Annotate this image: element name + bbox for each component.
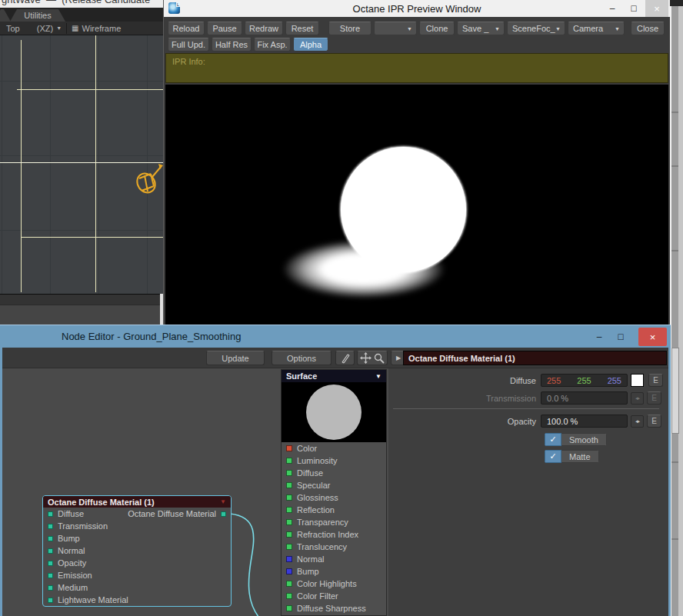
ipr-titlebar[interactable]: L Octane IPR Preview Window – ☐ × [164,0,670,17]
channel-label: Transparency [297,518,348,527]
scrollbar-mark [671,538,678,540]
diffuse-g-value[interactable]: 255 [577,376,591,385]
opacity-envelope-button[interactable]: E [647,415,661,428]
alpha-toggle-button[interactable]: Alpha [293,38,328,52]
diffuse-label: Diffuse [388,376,541,385]
matte-checkbox[interactable]: ✓ Matte [545,450,599,463]
opacity-stepper[interactable]: ◂▸ [631,415,644,428]
input-port[interactable] [48,524,53,529]
fix-aspect-button[interactable]: Fix Asp. [254,38,291,52]
tab-partial[interactable] [0,9,11,22]
scrollbar-thumb[interactable] [671,348,679,434]
channel-port [286,531,292,538]
camera-gizmo-icon[interactable] [135,160,163,198]
pen-icon [340,353,351,364]
node-title-label: Octane Diffuse Material (1) [48,498,155,507]
viewport-mode-dropdown[interactable]: Wireframe [82,24,122,33]
input-port[interactable] [48,573,53,578]
surface-panel-header[interactable]: Surface ▼ [282,370,386,382]
node-editor-toolbar: Update Options ▶ Octane Diffuse Material… [2,348,668,368]
channel-port [286,494,292,501]
maximize-button[interactable]: ☐ [624,0,644,17]
surface-channel-item[interactable]: Translucency [282,541,386,553]
transmission-field[interactable]: 0.0 % [541,391,628,405]
surface-channel-item[interactable]: Normal [282,553,386,565]
viewport-view-label[interactable]: Top [6,24,20,33]
redraw-button[interactable]: Redraw [245,22,283,35]
channel-label: Diffuse Sharpness [297,604,366,613]
tab-utilities[interactable]: Utilities [10,9,65,22]
output-port[interactable] [221,511,226,517]
surface-channel-item[interactable]: Refraction Index [282,528,386,541]
input-port[interactable] [48,536,53,541]
ipr-toolbar-row2: Full Upd. Half Res Fix Asp. Alpha [168,38,328,52]
viewport-axis-dropdown[interactable]: (XZ) [37,24,53,33]
output-port-label: Octane Diffuse Material [128,509,216,518]
input-port[interactable] [48,585,53,591]
channel-label: Color Highlights [297,579,357,588]
input-port[interactable] [48,598,53,603]
minimize-button[interactable]: – [589,328,609,346]
half-res-button[interactable]: Half Res [212,38,252,52]
opacity-field[interactable]: 100.0 % [541,415,628,428]
check-icon: ✓ [545,450,561,463]
node-editor-titlebar[interactable]: Node Editor - Ground_Plane_Smoothing – ☐… [0,325,671,348]
pan-icon [360,352,371,364]
pause-button[interactable]: Pause [207,22,242,35]
channel-port [286,482,292,488]
transmission-envelope-button[interactable]: E [647,391,661,405]
save-dropdown[interactable]: Save _▼ [457,22,505,35]
clone-button[interactable]: Clone [419,22,455,35]
reload-button[interactable]: Reload [168,22,205,35]
options-button[interactable]: Options [272,351,332,365]
surface-channel-item[interactable]: Specular [282,479,386,491]
full-update-button[interactable]: Full Upd. [168,38,209,52]
octane-diffuse-material-node[interactable]: Octane Diffuse Material (1) ▼ Diffuse Oc… [42,495,232,607]
input-port[interactable] [48,561,53,566]
surface-channel-item[interactable]: Luminosity [282,455,386,467]
diffuse-b-value[interactable]: 255 [608,376,621,385]
wireframe-line-v2 [95,35,96,292]
input-port[interactable] [48,548,53,554]
reset-button[interactable]: Reset [285,22,319,35]
surface-channel-item[interactable]: Color Filter [282,590,386,602]
smooth-checkbox[interactable]: ✓ Smooth [545,433,607,446]
wireframe-line-h1 [17,89,163,90]
diffuse-rgb-field[interactable]: 255 255 255 [541,374,628,387]
surface-channel-item[interactable]: Color [282,442,386,455]
edit-pen-button[interactable] [335,351,355,365]
channel-port [286,556,292,562]
diffuse-envelope-button[interactable]: E [648,374,663,387]
surface-channel-item[interactable]: Color Highlights [282,578,386,590]
surface-channel-item[interactable]: Diffuse Sharpness [282,602,386,614]
close-button[interactable]: × [638,328,667,346]
transmission-stepper[interactable]: ◂▸ [631,392,644,405]
diffuse-r-value[interactable]: 255 [547,376,561,385]
pan-zoom-button-group[interactable] [357,351,388,365]
surface-channel-item[interactable]: Bump [282,565,386,578]
render-preview[interactable] [165,85,668,327]
node-port-row: Medium [43,581,231,594]
close-ipr-button[interactable]: Close [631,22,665,35]
update-button[interactable]: Update [206,351,265,365]
close-button[interactable]: × [645,0,668,17]
minimize-button[interactable]: – [602,0,622,17]
surface-channel-item[interactable]: Diffuse [282,467,386,479]
channel-port [286,581,292,587]
maximize-button[interactable]: ☐ [611,328,631,346]
top-viewport[interactable] [0,35,163,294]
surface-channel-item[interactable]: Transparency [282,516,386,528]
background-scrollbar[interactable] [670,0,683,616]
store-slot-dropdown[interactable]: ▼ [374,22,417,35]
surface-channel-item[interactable]: Glossiness [282,491,386,504]
diffuse-color-swatch[interactable] [631,374,644,387]
channel-label: Diffuse [297,468,323,478]
scene-focus-dropdown[interactable]: SceneFoc_▼ [507,22,565,35]
surface-preview-sphere [306,385,361,440]
surface-channel-item[interactable]: Reflection [282,504,386,516]
node-title-bar[interactable]: Octane Diffuse Material (1) ▼ [43,496,231,508]
input-port[interactable] [48,511,53,517]
store-button[interactable]: Store [328,22,371,35]
node-graph-canvas[interactable]: Octane Diffuse Material (1) ▼ Diffuse Oc… [2,368,668,616]
camera-dropdown[interactable]: Camera▼ [568,22,625,35]
